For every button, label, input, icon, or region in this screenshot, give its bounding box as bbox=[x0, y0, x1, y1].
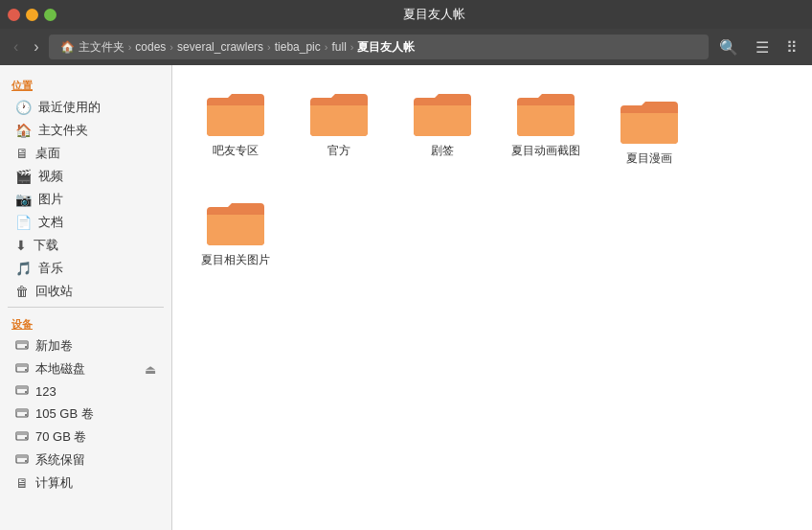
menu-button[interactable]: ☰ bbox=[749, 35, 776, 60]
main-layout: 位置 🕐 最近使用的 🏠 主文件夹 🖥 桌面 🎬 视频 📷 图片 📄 文档 ⬇ … bbox=[0, 65, 812, 530]
svg-point-5 bbox=[25, 369, 27, 371]
svg-point-2 bbox=[25, 346, 27, 348]
sidebar-device-label: 设备 bbox=[0, 311, 171, 334]
drive-icon-4 bbox=[15, 406, 29, 423]
breadcrumb-full[interactable]: full bbox=[327, 40, 350, 54]
svg-point-8 bbox=[25, 391, 27, 393]
file-label-4: 夏目漫画 bbox=[626, 151, 672, 167]
view-button[interactable]: ⠿ bbox=[779, 35, 804, 60]
sidebar-item-105gb[interactable]: 105 GB 卷 bbox=[2, 403, 169, 426]
svg-rect-13 bbox=[16, 432, 28, 435]
file-area: 吧友专区 官方 bbox=[172, 65, 812, 530]
window-controls[interactable] bbox=[8, 9, 56, 21]
file-item-4[interactable]: 夏目漫画 bbox=[601, 88, 697, 174]
file-item-3[interactable]: 夏目动画截图 bbox=[498, 81, 594, 174]
file-label-3: 夏目动画截图 bbox=[511, 144, 580, 159]
maximize-button[interactable] bbox=[44, 9, 56, 21]
window-title: 夏目友人帐 bbox=[64, 6, 804, 23]
sidebar-item-new-volume[interactable]: 新加卷 bbox=[2, 334, 169, 357]
folder-icon-0 bbox=[205, 88, 266, 138]
video-icon: 🎬 bbox=[15, 169, 32, 184]
drive-icon-3 bbox=[15, 383, 29, 400]
svg-point-14 bbox=[25, 437, 27, 439]
sidebar-item-music[interactable]: 🎵 音乐 bbox=[2, 257, 169, 280]
sidebar-item-system-reserved[interactable]: 系统保留 bbox=[2, 449, 169, 472]
folder-icon-4 bbox=[619, 96, 680, 146]
breadcrumb-several-crawlers[interactable]: several_crawlers bbox=[173, 40, 267, 54]
recent-icon: 🕐 bbox=[15, 100, 32, 115]
drive-icon-2 bbox=[15, 361, 29, 378]
file-label-0: 吧友专区 bbox=[213, 144, 259, 159]
sidebar-item-123[interactable]: 123 bbox=[2, 380, 169, 403]
drive-icon-5 bbox=[15, 429, 29, 446]
folder-icon-1 bbox=[308, 88, 370, 138]
sidebar-divider bbox=[8, 307, 164, 308]
file-label-1: 官方 bbox=[327, 144, 350, 159]
computer-icon: 🖥 bbox=[15, 475, 29, 491]
sidebar-item-downloads[interactable]: ⬇ 下载 bbox=[2, 234, 169, 257]
trash-icon: 🗑 bbox=[15, 284, 29, 299]
svg-rect-10 bbox=[16, 409, 28, 412]
file-item-1[interactable]: 官方 bbox=[291, 81, 387, 174]
svg-rect-4 bbox=[16, 364, 28, 367]
svg-rect-1 bbox=[16, 341, 28, 344]
svg-rect-7 bbox=[16, 386, 28, 389]
toolbar-actions: 🔍 ☰ ⠿ bbox=[712, 35, 804, 60]
back-button[interactable]: ‹ bbox=[8, 35, 24, 59]
music-icon: 🎵 bbox=[15, 261, 32, 276]
sidebar-item-computer[interactable]: 🖥 计算机 bbox=[2, 472, 169, 495]
sidebar-location-label: 位置 bbox=[0, 73, 171, 96]
downloads-icon: ⬇ bbox=[15, 238, 27, 253]
folder-icon-3 bbox=[515, 88, 576, 138]
breadcrumb-tieba-pic[interactable]: tieba_pic bbox=[271, 40, 325, 54]
file-item-0[interactable]: 吧友专区 bbox=[188, 81, 283, 174]
home-icon: 🏠 bbox=[60, 40, 75, 54]
sidebar-item-home[interactable]: 🏠 主文件夹 bbox=[2, 119, 169, 142]
sidebar-item-recent[interactable]: 🕐 最近使用的 bbox=[2, 96, 169, 119]
close-button[interactable] bbox=[8, 9, 20, 21]
breadcrumb: 🏠 主文件夹 › codes › several_crawlers › tieb… bbox=[49, 35, 709, 59]
home-icon: 🏠 bbox=[15, 123, 32, 138]
eject-button[interactable]: ⏏ bbox=[143, 362, 158, 377]
folder-icon-5 bbox=[205, 197, 266, 247]
titlebar: 夏目友人帐 bbox=[0, 0, 812, 29]
desktop-icon: 🖥 bbox=[15, 146, 29, 161]
sidebar-item-local-disk[interactable]: 本地磁盘 ⏏ bbox=[2, 357, 169, 380]
file-grid: 吧友专区 官方 bbox=[188, 81, 797, 275]
folder-icon-2 bbox=[412, 88, 473, 138]
drive-icon-6 bbox=[15, 452, 29, 469]
toolbar: ‹ › 🏠 主文件夹 › codes › several_crawlers › … bbox=[0, 29, 812, 65]
pictures-icon: 📷 bbox=[15, 192, 32, 207]
documents-icon: 📄 bbox=[15, 215, 32, 230]
minimize-button[interactable] bbox=[26, 9, 38, 21]
file-item-5[interactable]: 夏目相关图片 bbox=[188, 190, 283, 276]
sidebar-item-trash[interactable]: 🗑 回收站 bbox=[2, 280, 169, 303]
sidebar: 位置 🕐 最近使用的 🏠 主文件夹 🖥 桌面 🎬 视频 📷 图片 📄 文档 ⬇ … bbox=[0, 65, 172, 530]
breadcrumb-codes[interactable]: codes bbox=[131, 40, 169, 54]
drive-icon-1 bbox=[15, 338, 29, 355]
svg-point-17 bbox=[25, 460, 27, 462]
svg-rect-16 bbox=[16, 455, 28, 458]
sidebar-item-pictures[interactable]: 📷 图片 bbox=[2, 188, 169, 211]
file-label-5: 夏目相关图片 bbox=[201, 253, 270, 268]
forward-button[interactable]: › bbox=[28, 35, 44, 59]
file-label-2: 剧签 bbox=[431, 144, 454, 159]
file-item-2[interactable]: 剧签 bbox=[395, 81, 490, 174]
sidebar-item-desktop[interactable]: 🖥 桌面 bbox=[2, 142, 169, 165]
breadcrumb-current[interactable]: 夏目友人帐 bbox=[353, 39, 418, 56]
breadcrumb-home[interactable]: 🏠 主文件夹 bbox=[56, 39, 128, 56]
search-button[interactable]: 🔍 bbox=[712, 35, 745, 60]
svg-point-11 bbox=[25, 414, 27, 416]
sidebar-item-70gb[interactable]: 70 GB 卷 bbox=[2, 426, 169, 449]
sidebar-item-documents[interactable]: 📄 文档 bbox=[2, 211, 169, 234]
sidebar-item-video[interactable]: 🎬 视频 bbox=[2, 165, 169, 188]
